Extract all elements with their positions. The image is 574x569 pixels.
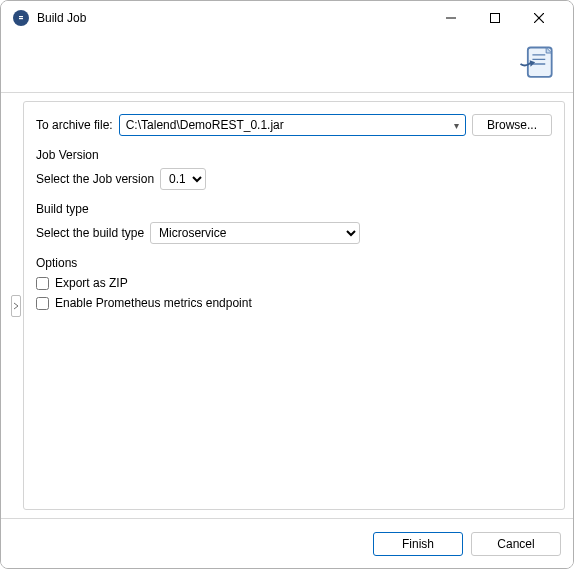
archive-file-input[interactable] — [126, 118, 448, 132]
expand-handle[interactable] — [11, 295, 21, 317]
build-type-select[interactable]: Microservice — [150, 222, 360, 244]
side-gutter — [9, 101, 23, 510]
svg-rect-2 — [19, 18, 23, 19]
job-version-group: Job Version Select the Job version 0.1 — [36, 148, 552, 190]
minimize-icon — [446, 13, 456, 23]
prometheus-label: Enable Prometheus metrics endpoint — [55, 296, 252, 310]
title-bar: Build Job — [1, 1, 573, 35]
options-group: Options Export as ZIP Enable Prometheus … — [36, 256, 552, 310]
archive-file-row: To archive file: ▾ Browse... — [36, 114, 552, 136]
minimize-button[interactable] — [429, 3, 473, 33]
build-type-title: Build type — [36, 202, 552, 216]
banner — [1, 35, 573, 93]
app-icon — [13, 10, 29, 26]
archive-file-combo[interactable]: ▾ — [119, 114, 466, 136]
maximize-icon — [490, 13, 500, 23]
export-job-icon — [515, 42, 559, 86]
job-version-select[interactable]: 0.1 — [160, 168, 206, 190]
prometheus-row: Enable Prometheus metrics endpoint — [36, 296, 552, 310]
cancel-button[interactable]: Cancel — [471, 532, 561, 556]
options-title: Options — [36, 256, 552, 270]
finish-button[interactable]: Finish — [373, 532, 463, 556]
prometheus-checkbox[interactable] — [36, 297, 49, 310]
chevron-right-icon — [12, 302, 20, 310]
export-zip-label: Export as ZIP — [55, 276, 128, 290]
job-version-title: Job Version — [36, 148, 552, 162]
svg-rect-1 — [19, 16, 23, 17]
build-type-label: Select the build type — [36, 226, 144, 240]
content-area: To archive file: ▾ Browse... Job Version… — [1, 93, 573, 518]
window-title: Build Job — [37, 11, 86, 25]
svg-rect-4 — [491, 14, 500, 23]
export-zip-checkbox[interactable] — [36, 277, 49, 290]
main-panel: To archive file: ▾ Browse... Job Version… — [23, 101, 565, 510]
chevron-down-icon: ▾ — [448, 120, 459, 131]
browse-button[interactable]: Browse... — [472, 114, 552, 136]
build-type-group: Build type Select the build type Microse… — [36, 202, 552, 244]
footer: Finish Cancel — [1, 518, 573, 568]
maximize-button[interactable] — [473, 3, 517, 33]
job-version-label: Select the Job version — [36, 172, 154, 186]
archive-file-label: To archive file: — [36, 118, 113, 132]
export-zip-row: Export as ZIP — [36, 276, 552, 290]
close-button[interactable] — [517, 3, 561, 33]
close-icon — [534, 13, 544, 23]
